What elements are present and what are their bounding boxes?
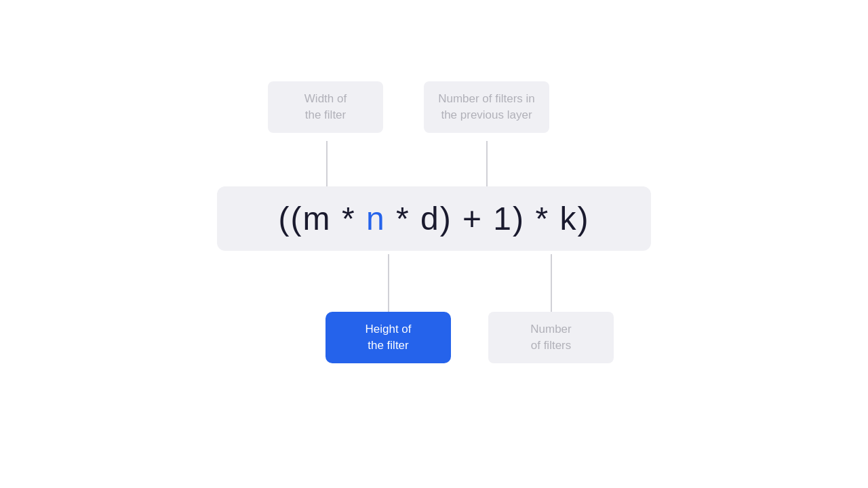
formula-box: ((m * n * d) + 1) * k) bbox=[217, 186, 651, 251]
width-filter-label: Width ofthe filter bbox=[268, 81, 383, 133]
num-filters-label: Numberof filters bbox=[488, 312, 614, 363]
height-filter-label: Height ofthe filter bbox=[326, 312, 451, 363]
formula-text: ((m * n * d) + 1) * k) bbox=[279, 201, 590, 237]
prev-filters-label: Number of filters inthe previous layer bbox=[424, 81, 549, 133]
formula-suffix: * d) + 1) * k) bbox=[386, 201, 590, 237]
formula-n: n bbox=[366, 201, 386, 237]
diagram-container: Width ofthe filter Number of filters int… bbox=[197, 81, 671, 407]
formula-prefix: ((m * bbox=[279, 201, 366, 237]
